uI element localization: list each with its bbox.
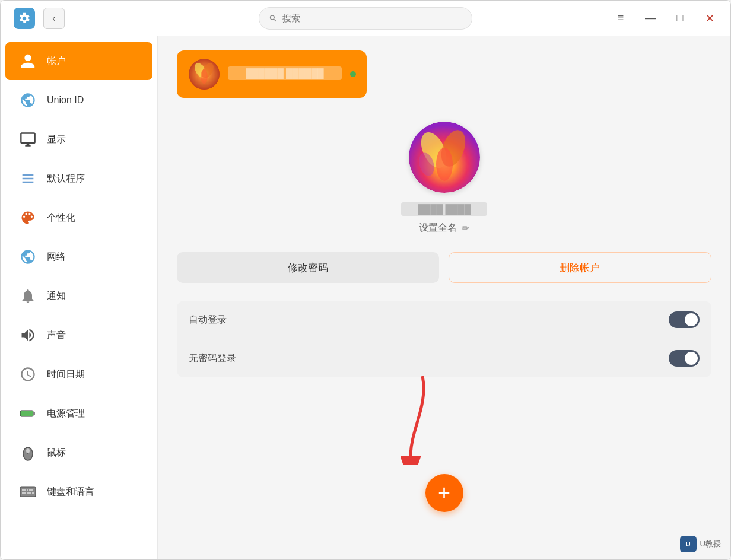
edit-fullname-button[interactable]: ✏ bbox=[462, 222, 469, 234]
default-app-icon bbox=[17, 168, 39, 189]
sidebar-item-display[interactable]: 显示 bbox=[5, 120, 152, 158]
sidebar-item-union-id-label: Union ID bbox=[47, 95, 84, 106]
account-avatar-image bbox=[189, 59, 220, 90]
svg-rect-8 bbox=[24, 489, 26, 491]
main-window: ‹ ≡ — □ ✕ bbox=[0, 0, 731, 560]
set-fullname-label: 设置全名 bbox=[419, 222, 457, 234]
content-area: ██████ ██████ bbox=[158, 36, 730, 559]
sidebar-item-network-label: 网络 bbox=[47, 251, 66, 263]
account-status-dot bbox=[350, 71, 356, 77]
profile-username: ████ ████ bbox=[401, 202, 487, 216]
svg-rect-11 bbox=[31, 489, 33, 491]
buttons-row: 修改密码 删除帐户 bbox=[177, 252, 711, 283]
watermark: U U教授 bbox=[680, 536, 721, 552]
account-icon bbox=[17, 50, 39, 72]
auto-login-toggle[interactable] bbox=[669, 311, 700, 328]
arrow-indicator bbox=[387, 370, 446, 467]
power-icon bbox=[17, 403, 39, 424]
no-password-login-toggle[interactable] bbox=[669, 350, 700, 367]
profile-fullname-row: 设置全名 ✏ bbox=[419, 222, 469, 234]
sidebar-item-display-label: 显示 bbox=[47, 133, 66, 146]
sidebar: 帐户 Union ID 显示 bbox=[1, 36, 158, 559]
svg-point-24 bbox=[436, 148, 453, 181]
mouse-icon bbox=[17, 442, 39, 463]
sidebar-item-account-label: 帐户 bbox=[47, 55, 66, 68]
sidebar-item-power-label: 电源管理 bbox=[47, 408, 85, 420]
sidebar-item-default-app-label: 默认程序 bbox=[47, 173, 85, 185]
auto-login-row: 自动登录 bbox=[189, 301, 700, 339]
account-card[interactable]: ██████ ██████ bbox=[177, 50, 367, 98]
sidebar-item-personalize-label: 个性化 bbox=[47, 212, 75, 224]
profile-avatar-image bbox=[409, 122, 480, 193]
network-icon bbox=[17, 246, 39, 268]
titlebar-center bbox=[131, 7, 600, 30]
notify-icon bbox=[17, 285, 39, 307]
search-box[interactable] bbox=[259, 7, 472, 30]
keyboard-icon bbox=[17, 481, 39, 502]
svg-rect-9 bbox=[27, 489, 28, 491]
add-account-button[interactable]: + bbox=[425, 474, 463, 512]
personalize-icon bbox=[17, 207, 39, 228]
search-icon bbox=[269, 14, 278, 23]
sidebar-item-network[interactable]: 网络 bbox=[5, 238, 152, 276]
sidebar-item-datetime[interactable]: 时间日期 bbox=[5, 355, 152, 393]
svg-rect-15 bbox=[32, 492, 34, 494]
svg-rect-2 bbox=[33, 412, 35, 415]
menu-button[interactable]: ≡ bbox=[612, 9, 630, 27]
profile-avatar bbox=[409, 122, 480, 193]
main-area: 帐户 Union ID 显示 bbox=[1, 36, 730, 559]
sidebar-item-account[interactable]: 帐户 bbox=[5, 42, 152, 80]
titlebar-right: ≡ — □ ✕ bbox=[600, 9, 719, 27]
sidebar-item-notify-label: 通知 bbox=[47, 290, 66, 303]
delete-account-button[interactable]: 删除帐户 bbox=[449, 252, 712, 283]
app-icon bbox=[12, 7, 36, 30]
sidebar-item-sound-label: 声音 bbox=[47, 329, 66, 342]
auto-login-label: 自动登录 bbox=[189, 314, 227, 326]
account-avatar bbox=[189, 59, 220, 90]
account-name-placeholder: ██████ ██████ bbox=[228, 66, 342, 80]
sidebar-item-sound[interactable]: 声音 bbox=[5, 316, 152, 354]
settings-gear-icon bbox=[14, 8, 35, 29]
sidebar-item-notify[interactable]: 通知 bbox=[5, 277, 152, 315]
svg-rect-14 bbox=[27, 492, 31, 494]
no-password-login-label: 无密码登录 bbox=[189, 352, 236, 365]
svg-rect-12 bbox=[22, 492, 24, 494]
no-password-login-row: 无密码登录 bbox=[189, 339, 700, 377]
sidebar-item-default-app[interactable]: 默认程序 bbox=[5, 160, 152, 198]
titlebar-left: ‹ bbox=[12, 7, 131, 30]
titlebar: ‹ ≡ — □ ✕ bbox=[1, 1, 730, 36]
svg-rect-7 bbox=[22, 489, 24, 491]
svg-point-19 bbox=[201, 69, 208, 84]
svg-rect-13 bbox=[24, 492, 26, 494]
sidebar-item-keyboard[interactable]: 键盘和语言 bbox=[5, 473, 152, 511]
account-info: ██████ ██████ bbox=[228, 66, 355, 82]
union-id-icon bbox=[17, 90, 39, 111]
sidebar-item-union-id[interactable]: Union ID bbox=[5, 81, 152, 119]
profile-section: ████ ████ 设置全名 ✏ bbox=[177, 122, 711, 234]
datetime-icon bbox=[17, 364, 39, 385]
sidebar-item-datetime-label: 时间日期 bbox=[47, 368, 85, 381]
svg-rect-10 bbox=[29, 489, 31, 491]
close-button[interactable]: ✕ bbox=[701, 9, 719, 27]
minimize-button[interactable]: — bbox=[641, 9, 659, 27]
sidebar-item-keyboard-label: 键盘和语言 bbox=[47, 486, 94, 498]
display-icon bbox=[17, 129, 39, 150]
sidebar-item-mouse[interactable]: 鼠标 bbox=[5, 434, 152, 472]
sidebar-item-personalize[interactable]: 个性化 bbox=[5, 199, 152, 237]
watermark-icon: U bbox=[680, 536, 697, 552]
svg-rect-1 bbox=[21, 411, 30, 416]
svg-point-5 bbox=[26, 448, 30, 453]
watermark-brand: U教授 bbox=[700, 539, 721, 549]
toggle-section: 自动登录 无密码登录 bbox=[177, 301, 711, 377]
maximize-button[interactable]: □ bbox=[671, 9, 689, 27]
sidebar-item-power[interactable]: 电源管理 bbox=[5, 394, 152, 432]
sidebar-item-mouse-label: 鼠标 bbox=[47, 447, 66, 459]
sound-icon bbox=[17, 324, 39, 346]
change-password-button[interactable]: 修改密码 bbox=[177, 252, 439, 283]
back-button[interactable]: ‹ bbox=[43, 8, 65, 29]
search-input[interactable] bbox=[282, 13, 462, 23]
